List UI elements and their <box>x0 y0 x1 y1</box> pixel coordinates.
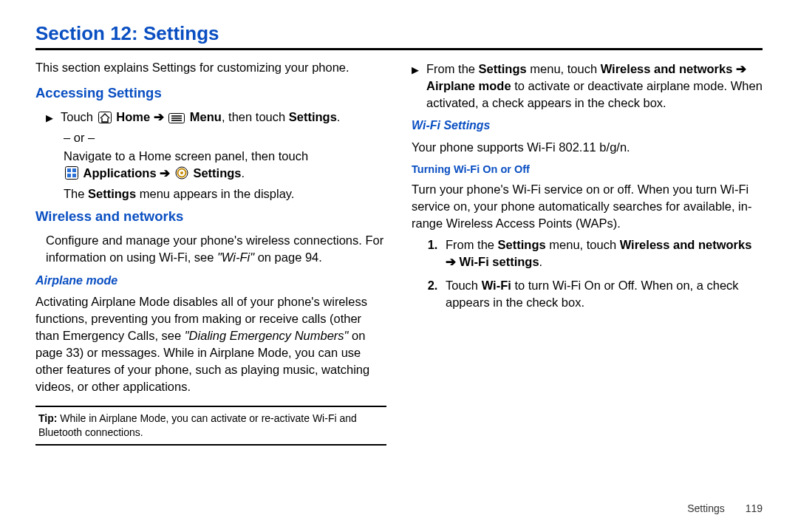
tip-box: Tip: While in Airplane Mode, you can act… <box>35 406 386 446</box>
nav-instruction: Navigate to a Home screen panel, then to… <box>64 148 386 184</box>
settings-gear-icon <box>175 166 188 184</box>
text: From the <box>426 62 479 75</box>
menu-icon <box>168 111 185 128</box>
footer-section-label: Settings <box>687 502 725 514</box>
settings-label: Settings <box>289 110 337 123</box>
section-title: Section 12: Settings <box>35 22 763 45</box>
arrow-icon: ➔ <box>157 166 174 180</box>
wifi-steps-list: From the Settings menu, touch Wireless a… <box>412 236 763 310</box>
emergency-crossref: "Dialing Emergency Numbers" <box>185 329 349 342</box>
heading-airplane-mode: Airplane mode <box>35 273 386 289</box>
home-label: Home <box>116 110 150 123</box>
menu-label: Menu <box>190 110 222 123</box>
wireless-paragraph: Configure and manage your phone's wirele… <box>46 232 386 266</box>
text: . <box>539 255 543 268</box>
title-rule <box>35 48 763 50</box>
text: Touch <box>446 279 482 292</box>
text: Navigate to a Home screen panel, then to… <box>64 149 308 163</box>
left-column: This section explains Settings for custo… <box>35 59 386 446</box>
heading-turning-wifi: Turning Wi-Fi On or Off <box>412 162 763 177</box>
right-bullet-airplane: ▶ From the Settings menu, touch Wireless… <box>412 61 763 112</box>
text: Configure and manage your phone's wirele… <box>46 233 383 264</box>
text: menu appears in the display. <box>136 187 294 200</box>
home-icon <box>98 111 112 128</box>
airplane-paragraph: Activating Airplane Mode disables all of… <box>35 293 386 396</box>
list-item: From the Settings menu, touch Wireless a… <box>441 236 763 270</box>
heading-wireless-networks: Wireless and networks <box>35 207 386 226</box>
turning-wifi-paragraph: Turn your phone's Wi-Fi service on or of… <box>412 181 763 232</box>
text: The <box>64 187 88 200</box>
svg-rect-7 <box>72 168 76 172</box>
text: Touch <box>61 110 97 123</box>
applications-label: Applications <box>83 166 157 180</box>
tip-label: Tip: <box>38 412 57 424</box>
or-separator: – or – <box>64 129 386 146</box>
heading-accessing-settings: Accessing Settings <box>35 83 386 103</box>
triangle-bullet-icon: ▶ <box>412 64 419 77</box>
settings-label: Settings <box>193 166 241 180</box>
settings-word: Settings <box>498 238 546 251</box>
text: , then touch <box>222 110 289 123</box>
intro-paragraph: This section explains Settings for custo… <box>35 59 386 76</box>
svg-rect-8 <box>67 174 71 177</box>
list-item: Touch Wi-Fi to turn Wi-Fi On or Off. Whe… <box>441 277 763 311</box>
text: . <box>241 166 245 180</box>
triangle-bullet-icon: ▶ <box>46 112 53 125</box>
settings-word: Settings <box>88 187 136 200</box>
wifi-crossref: "Wi-Fi" <box>217 250 254 264</box>
menu-appears: The Settings menu appears in the display… <box>64 185 386 202</box>
wifi-support-text: Your phone supports Wi-Fi 802.11 b/g/n. <box>412 139 763 156</box>
svg-rect-9 <box>72 174 76 177</box>
right-column: ▶ From the Settings menu, touch Wireless… <box>412 59 763 446</box>
settings-word: Settings <box>479 62 527 75</box>
tip-text: While in Airplane Mode, you can activate… <box>38 412 357 438</box>
step-touch-home: ▶ Touch Home ➔ Menu, then touch Settings… <box>46 109 386 128</box>
heading-wifi-settings: Wi-Fi Settings <box>412 117 763 134</box>
text: From the <box>446 238 498 251</box>
text: . <box>337 110 341 123</box>
text: menu, touch <box>546 238 620 251</box>
text: on page 94. <box>254 250 322 264</box>
page-number: 119 <box>746 502 763 514</box>
page-footer: Settings 119 <box>687 502 763 514</box>
svg-point-12 <box>180 171 183 174</box>
applications-icon <box>65 166 78 184</box>
svg-rect-6 <box>67 168 71 172</box>
text: menu, touch <box>527 62 601 75</box>
wifi-word: Wi-Fi <box>482 279 511 292</box>
arrow-icon: ➔ <box>154 110 168 123</box>
